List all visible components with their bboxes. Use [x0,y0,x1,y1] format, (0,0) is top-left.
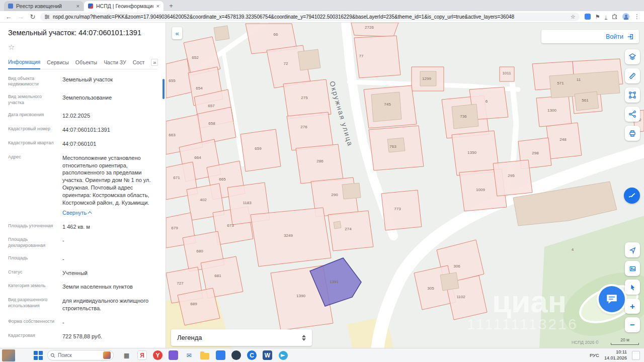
parcel-label: 6 [486,99,488,104]
print-icon[interactable] [625,126,640,141]
field-label: Кадастровый квартал [8,140,55,148]
zoom-in-button[interactable]: + [625,299,640,314]
measure-area-icon[interactable] [625,87,640,103]
language-indicator[interactable]: РУС [590,352,599,358]
parcel-label: 306 [453,264,460,268]
parcel-label: 290 [331,193,338,197]
draw-tool-icon[interactable] [624,188,640,204]
explorer-folder-icon[interactable] [200,350,210,360]
new-tab-button[interactable]: + [167,2,175,10]
layers-icon[interactable] [625,49,640,64]
parcel-295[interactable] [493,160,532,196]
parcel-label: 745 [384,102,391,107]
field-label: Вид разрешенного использования [8,297,55,312]
ruler-icon[interactable] [625,68,640,83]
collapse-address-link[interactable]: Свернуть [62,209,92,217]
identify-cursor-icon[interactable] [625,280,640,295]
app-icon-blue[interactable] [216,350,225,360]
field-label: Категория земель [8,283,55,291]
field-row: Кадастровый квартал44:07:060101 [8,137,157,151]
taskbar-search[interactable]: Поиск [47,350,114,360]
zoom-out-button[interactable]: − [625,317,640,332]
task-view-icon[interactable]: ▦ [122,350,131,360]
parcel-276[interactable] [287,112,333,150]
taskbar-preview-thumbnail[interactable] [2,349,15,361]
tab-Информация[interactable]: Информация [8,56,40,69]
app-icon-dark[interactable] [231,350,241,360]
start-button[interactable] [33,350,43,360]
field-row: Кадастровый номер44:07:060101:1391 [8,123,157,137]
parcel-label: 680 [196,249,203,253]
parcel-689[interactable] [178,288,220,325]
taskbar-icons: ▦ЯY✉CW [122,350,288,360]
search-icon [50,353,55,358]
forward-button[interactable]: → [16,13,25,21]
parcel-label: 72 [284,61,288,66]
extensions-puzzle-icon[interactable] [612,12,618,21]
map-attribution: НСПД 2026 © [572,340,599,345]
telegram-icon[interactable] [278,350,288,360]
field-value: - [62,255,157,263]
parcel-label: 77 [359,54,364,58]
locate-icon[interactable] [625,242,640,257]
building [214,26,229,41]
parcel-label: 658 [208,121,215,126]
map-area[interactable]: 6526556546576586636646656714026736796806… [166,23,644,348]
parcel-label: 1391 [330,280,339,284]
reload-button[interactable]: ↻ [28,13,37,21]
tabs-overflow-button[interactable]: » [151,59,158,66]
basemap-icon[interactable] [625,261,640,276]
windows-taskbar: Поиск ▦ЯY✉CW РУС 10:11 14.01.2026 [0,348,644,362]
parcel-label: 571 [557,81,564,85]
site-settings-icon[interactable] [44,14,50,20]
parcel-658[interactable] [197,107,236,144]
parcel-label: 663 [169,133,176,137]
extension-icon[interactable] [585,14,591,20]
flag-extension-icon[interactable]: ⚑ [595,14,600,20]
tab-Сервисы[interactable]: Сервисы [47,56,69,69]
browser-tab-nspd[interactable]: НСПД | Геоинформационный п × [84,1,164,11]
login-button[interactable]: Войти [541,30,639,43]
field-value: Учтенный [62,269,157,277]
panel-collapse-button[interactable]: « [172,27,182,39]
yandex-browser-icon[interactable]: Y [153,350,163,360]
share-icon[interactable] [625,107,640,122]
field-value: 44:07:060101:1391 [62,126,157,134]
parcel-label: 248 [559,137,567,142]
notification-panel-icon[interactable] [632,351,640,360]
word-icon[interactable]: W [263,350,272,360]
download-icon[interactable]: ↓ [605,14,608,20]
parcel-2726[interactable] [351,23,398,37]
taskbar-clock[interactable]: 10:11 14.01.2026 [604,349,627,361]
back-button[interactable]: ← [4,13,13,21]
yandex-search-icon[interactable]: Я [137,350,147,360]
parcel-label: 657 [208,104,215,108]
tab-Объекты[interactable]: Объекты [75,56,97,69]
parcel-286[interactable] [296,144,343,184]
profile-avatar[interactable] [622,13,629,20]
bookmark-star-icon[interactable]: ☆ [571,14,576,20]
favorite-star-icon[interactable]: ☆ [8,43,15,51]
parcel-label: 402 [200,198,207,202]
parcel-773[interactable] [381,190,422,230]
cadastral-map[interactable]: 6526556546576586636646656714026736796806… [166,23,644,348]
chat-button[interactable] [599,286,625,312]
building [371,92,401,122]
tab-close-icon[interactable]: × [76,3,79,9]
toolbar-extensions: ⚑ ↓ ⋮ [583,12,640,21]
tab-close-icon[interactable]: × [156,3,159,9]
cian-icon[interactable]: C [247,350,257,360]
clock-date: 14.01.2026 [604,355,627,361]
address-bar[interactable]: nspd.gov.ru/map?thematic=PKK&zoom=17.904… [40,13,580,21]
field-label: Площадь уточненная [8,223,55,231]
legend-dropdown[interactable]: Легенда [171,329,312,346]
field-value: 44:07:060101 [62,140,157,148]
panel-scrollbar[interactable] [163,79,165,99]
tab-Части ЗУ[interactable]: Части ЗУ [104,56,126,69]
mail-icon[interactable]: ✉ [184,350,194,360]
parcel-label: 736 [460,114,467,119]
browser-menu-icon[interactable]: ⋮ [634,13,640,20]
browser-tab-registry[interactable]: Реестр извещений × [4,1,84,11]
app-icon-purple[interactable] [169,350,178,360]
tab-Сост[interactable]: Сост [133,56,144,69]
